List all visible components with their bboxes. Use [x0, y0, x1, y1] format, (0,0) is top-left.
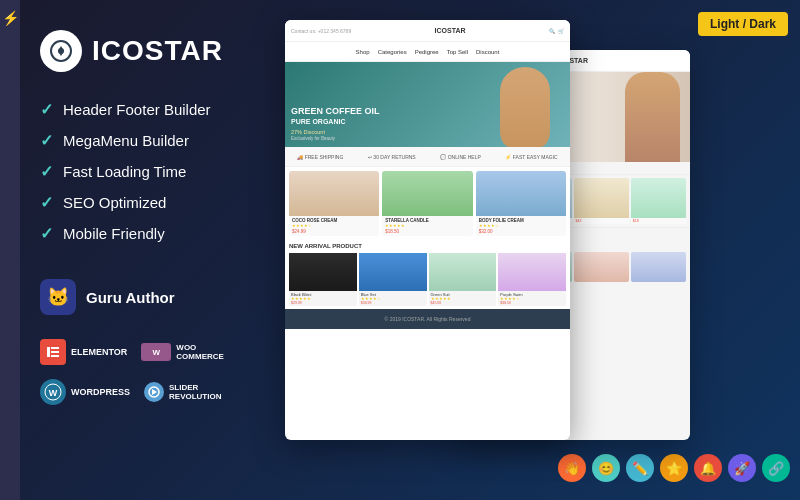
slider-svg — [147, 385, 161, 399]
mock2-product-info-3: $42 — [574, 218, 629, 224]
mock2-product-info-4: $18 — [631, 218, 686, 224]
mock-p-price-body: $32.00 — [479, 229, 563, 234]
arrival-4: Purple Swim ★★★★☆ $38.50 — [498, 253, 566, 306]
feat-shipping: 🚚 FREE SHIPPING — [297, 154, 343, 160]
nav-shop: Shop — [356, 49, 370, 55]
mock-product-img-starella — [382, 171, 472, 216]
wp-icon: W — [40, 379, 66, 405]
feature-label-4: SEO Optimized — [63, 194, 166, 211]
arrival-info-1: Black Bikini ★★★★★ $29.99 — [289, 291, 357, 306]
arrival-1: Black Bikini ★★★★★ $29.99 — [289, 253, 357, 306]
mock-product-info-coco: COCO ROSE CREAM ★★★★☆ $24.99 — [289, 216, 379, 236]
feat-fast: ⚡ FAST EASY MAGIC — [505, 154, 557, 160]
wordpress-logo: W WORDPRESS — [40, 379, 130, 405]
mock2-product-3: $42 — [574, 178, 629, 224]
nav-categories: Categories — [378, 49, 407, 55]
mock2-p4-price: $18 — [633, 219, 684, 223]
sp3 — [574, 252, 629, 282]
mock-footer-text: © 2019 ICOSTAR. All Rights Reserved — [385, 316, 471, 322]
social-hand[interactable]: 👋 — [558, 454, 586, 482]
mock-product-info-starella: STARELLA CANDLE ★★★★★ $18.50 — [382, 216, 472, 236]
social-pencil[interactable]: ✏️ — [626, 454, 654, 482]
mock-p-stars-body: ★★★★☆ — [479, 223, 563, 228]
mock-footer: © 2019 ICOSTAR. All Rights Reserved — [285, 309, 570, 329]
mock2-hero-figure — [625, 72, 680, 162]
social-icons-row: 👋 😊 ✏️ ⭐ 🔔 🚀 🔗 — [558, 454, 790, 482]
slider-icon — [144, 382, 164, 402]
arrival-price-2: $34.99 — [361, 301, 425, 305]
check-icon-2: ✓ — [40, 131, 53, 150]
svg-text:W: W — [49, 388, 58, 398]
arrival-info-2: Blue Set ★★★★☆ $34.99 — [359, 291, 427, 306]
mock-cart-icon: 🛒 — [558, 28, 564, 34]
mock-arrival-section: NEW ARRIVAL PRODUCT Black Bikini ★★★★★ $… — [285, 240, 570, 309]
arrival-img-3 — [429, 253, 497, 291]
mock-hero: GREEN COFFEE OIL PURE ORGANIC 27% Discou… — [285, 62, 570, 147]
mock-feature-bar: 🚚 FREE SHIPPING ↩ 30 DAY RETURNS 💬 ONLIN… — [285, 147, 570, 167]
elementor-label: ELEMENTOR — [71, 347, 127, 357]
mock-p-price-starella: $18.50 — [385, 229, 469, 234]
mock-product-info-body: BODY FOLIE CREAM ★★★★☆ $32.00 — [476, 216, 566, 236]
mock-p-price-coco: $24.99 — [292, 229, 376, 234]
theme-badge[interactable]: Light / Dark — [698, 12, 788, 36]
arrival-img-2 — [359, 253, 427, 291]
feature-label-2: MegaMenu Builder — [63, 132, 189, 149]
sp4 — [631, 252, 686, 282]
feature-label-1: Header Footer Builder — [63, 101, 211, 118]
feature-label-5: Mobile Friendly — [63, 225, 165, 242]
mockup-main: Contact us: +012 345 6789 ICOSTAR 🔍 🛒 Sh… — [285, 20, 570, 440]
check-icon-5: ✓ — [40, 224, 53, 243]
mock-product-body: BODY FOLIE CREAM ★★★★☆ $32.00 — [476, 171, 566, 236]
mock-hero-subtitle: PURE ORGANIC — [291, 117, 380, 127]
guru-icon: 🐱 — [40, 279, 76, 315]
svg-rect-5 — [51, 355, 59, 357]
logo-text: ICOSTAR — [92, 35, 223, 67]
left-panel: ICOSTAR ✓ Header Footer Builder ✓ MegaMe… — [0, 0, 285, 500]
mock-hero-figure — [500, 67, 550, 147]
mock-product-coco: COCO ROSE CREAM ★★★★☆ $24.99 — [289, 171, 379, 236]
arrival-price-3: $45.00 — [431, 301, 495, 305]
mock-arrival-title: NEW ARRIVAL PRODUCT — [289, 243, 566, 249]
social-red-alert[interactable]: 🔔 — [694, 454, 722, 482]
nav-top-sell: Top Sell — [447, 49, 468, 55]
social-smiley[interactable]: 😊 — [592, 454, 620, 482]
svg-rect-4 — [51, 351, 59, 353]
feature-fast-loading: ✓ Fast Loading Time — [40, 162, 255, 181]
arrival-3: Green Suit ★★★★★ $45.00 — [429, 253, 497, 306]
social-star-orange[interactable]: ⭐ — [660, 454, 688, 482]
social-rocket[interactable]: 🚀 — [728, 454, 756, 482]
mock-hero-content: GREEN COFFEE OIL PURE ORGANIC 27% Discou… — [291, 105, 380, 141]
logo-icon-circle — [40, 30, 82, 72]
mock-main-header: Contact us: +012 345 6789 ICOSTAR 🔍 🛒 — [285, 20, 570, 42]
wp-label: WORDPRESS — [71, 387, 130, 397]
social-share[interactable]: 🔗 — [762, 454, 790, 482]
check-icon-3: ✓ — [40, 162, 53, 181]
mock-hero-tag: Exclusively for Beauty — [291, 136, 380, 141]
guru-author-label: Guru Author — [86, 289, 175, 306]
mock-header-icons: 🔍 🛒 — [549, 28, 564, 34]
mock2-product-4: $18 — [631, 178, 686, 224]
check-icon-4: ✓ — [40, 193, 53, 212]
mock2-p3-price: $42 — [576, 219, 627, 223]
svg-rect-2 — [47, 347, 50, 357]
mock-hero-title: GREEN COFFEE OIL — [291, 105, 380, 118]
mock-discount-badge: 27% Discount — [291, 129, 380, 135]
mock-arrival-row: Black Bikini ★★★★★ $29.99 Blue Set ★★★★☆… — [289, 253, 566, 306]
slider-label: SLIDERREVOLUTION — [169, 383, 221, 401]
elementor-logo: ELEMENTOR — [40, 339, 127, 365]
mock-p-stars-coco: ★★★★☆ — [292, 223, 376, 228]
arrival-info-3: Green Suit ★★★★★ $45.00 — [429, 291, 497, 306]
feature-mobile: ✓ Mobile Friendly — [40, 224, 255, 243]
mock-contact: Contact us: +012 345 6789 — [291, 28, 351, 34]
arrival-2: Blue Set ★★★★☆ $34.99 — [359, 253, 427, 306]
feature-seo: ✓ SEO Optimized — [40, 193, 255, 212]
arrival-img-1 — [289, 253, 357, 291]
mock-highlighted-products: COCO ROSE CREAM ★★★★☆ $24.99 STARELLA CA… — [285, 167, 570, 240]
feat-support: 💬 ONLINE HELP — [440, 154, 480, 160]
mock-product-img-body — [476, 171, 566, 216]
mock-p-stars-starella: ★★★★★ — [385, 223, 469, 228]
arrival-price-4: $38.50 — [500, 301, 564, 305]
woo-label: WOOCOMMERCE — [176, 343, 224, 361]
mock-nav: Shop Categories Pedigree Top Sell Discou… — [285, 42, 570, 62]
woo-icon: W — [141, 343, 171, 361]
